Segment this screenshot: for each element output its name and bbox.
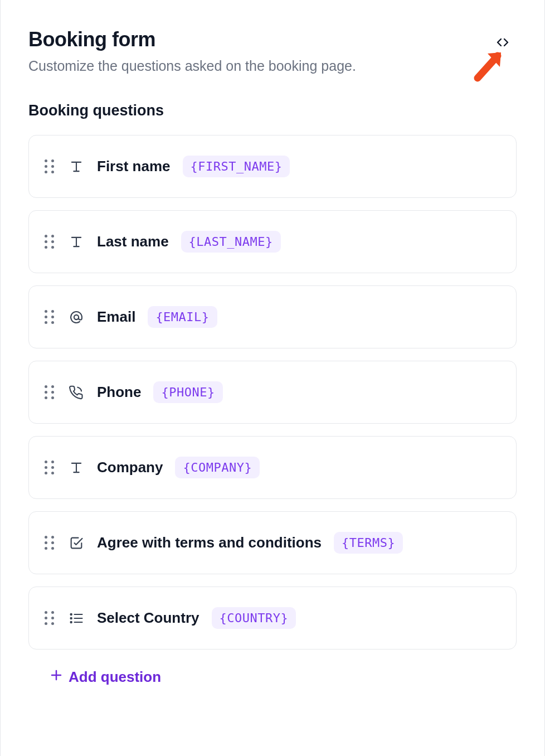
question-tag: {EMAIL} bbox=[148, 306, 217, 328]
svg-point-0 bbox=[74, 314, 79, 319]
section-heading: Booking questions bbox=[28, 102, 517, 119]
question-row[interactable]: Select Country {COUNTRY} bbox=[28, 587, 517, 650]
at-type-icon bbox=[68, 309, 85, 326]
question-row[interactable]: Agree with terms and conditions {TERMS} bbox=[28, 511, 517, 574]
page-title: Booking form bbox=[28, 28, 493, 51]
question-tag: {FIRST_NAME} bbox=[183, 156, 290, 177]
drag-handle-icon[interactable] bbox=[45, 536, 56, 550]
drag-handle-icon[interactable] bbox=[45, 235, 56, 249]
svg-point-1 bbox=[71, 613, 72, 614]
question-row[interactable]: First name {FIRST_NAME} bbox=[28, 135, 517, 198]
add-question-button[interactable]: Add question bbox=[50, 668, 161, 686]
checkbox-type-icon bbox=[68, 535, 85, 551]
question-label: Email bbox=[97, 308, 135, 326]
svg-point-3 bbox=[71, 621, 72, 622]
question-row[interactable]: Email {EMAIL} bbox=[28, 285, 517, 348]
question-label: Company bbox=[97, 459, 163, 476]
question-row[interactable]: Phone {PHONE} bbox=[28, 361, 517, 424]
question-row[interactable]: Company {COMPANY} bbox=[28, 436, 517, 499]
text-type-icon bbox=[68, 234, 85, 250]
svg-point-2 bbox=[71, 617, 72, 618]
drag-handle-icon[interactable] bbox=[45, 385, 56, 400]
question-tag: {PHONE} bbox=[153, 381, 222, 403]
plus-icon bbox=[50, 668, 63, 686]
list-type-icon bbox=[68, 610, 85, 627]
text-type-icon bbox=[68, 158, 85, 175]
question-tag: {LAST_NAME} bbox=[181, 231, 281, 253]
drag-handle-icon[interactable] bbox=[45, 461, 56, 475]
embed-code-button[interactable] bbox=[493, 36, 512, 51]
question-label: Phone bbox=[97, 384, 141, 401]
question-label: Last name bbox=[97, 233, 169, 250]
page-subtitle: Customize the questions asked on the boo… bbox=[28, 58, 493, 74]
question-tag: {TERMS} bbox=[334, 532, 403, 554]
question-row[interactable]: Last name {LAST_NAME} bbox=[28, 210, 517, 273]
text-type-icon bbox=[68, 459, 85, 476]
drag-handle-icon[interactable] bbox=[45, 159, 56, 174]
add-question-label: Add question bbox=[69, 668, 161, 686]
question-label: Select Country bbox=[97, 609, 199, 627]
phone-type-icon bbox=[68, 384, 85, 401]
question-label: First name bbox=[97, 158, 171, 175]
question-tag: {COUNTRY} bbox=[212, 607, 296, 629]
drag-handle-icon[interactable] bbox=[45, 310, 56, 324]
question-tag: {COMPANY} bbox=[175, 457, 260, 478]
drag-handle-icon[interactable] bbox=[45, 611, 56, 626]
code-icon bbox=[494, 36, 511, 51]
question-label: Agree with terms and conditions bbox=[97, 534, 322, 551]
